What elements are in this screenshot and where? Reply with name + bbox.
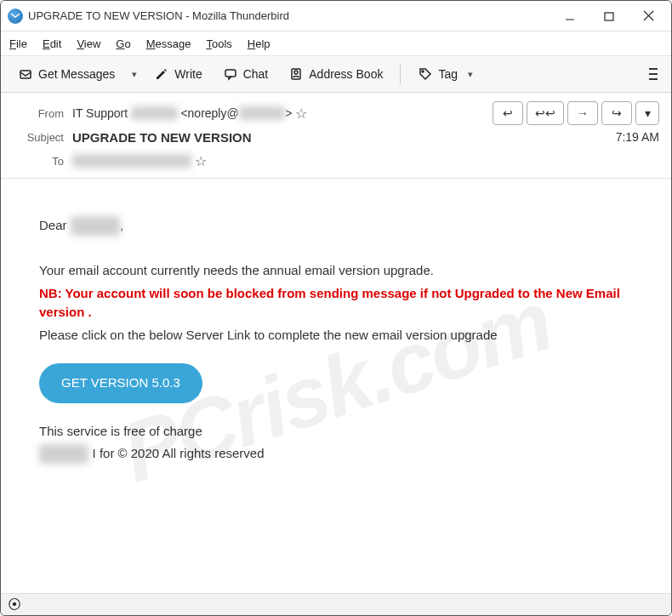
write-button[interactable]: Write xyxy=(145,63,210,85)
chevron-down-icon: ▾ xyxy=(463,69,478,80)
menu-tools[interactable]: Tools xyxy=(206,37,231,50)
from-name: IT Support xyxy=(72,106,128,120)
greeting-redacted: redacted xyxy=(71,216,120,236)
star-icon-to[interactable]: ☆ xyxy=(195,153,207,169)
from-email-prefix: <noreply@ xyxy=(180,106,238,120)
svg-rect-5 xyxy=(225,70,236,77)
tag-icon xyxy=(418,66,433,82)
star-icon[interactable]: ☆ xyxy=(295,106,307,122)
subject-label: Subject xyxy=(13,131,64,144)
body-line2: Please click on the below Server Link to… xyxy=(39,326,633,345)
from-redacted-2: redacted xyxy=(239,106,285,120)
message-time: 7:19 AM xyxy=(616,130,659,144)
greeting-suffix: , xyxy=(120,218,123,232)
menu-help[interactable]: Help xyxy=(248,37,271,50)
address-book-button[interactable]: Address Book xyxy=(280,63,391,85)
menu-view[interactable]: View xyxy=(77,37,100,50)
body-line1: Your email account currently needs the a… xyxy=(39,261,633,281)
pencil-icon xyxy=(154,66,169,82)
address-book-icon xyxy=(288,66,304,82)
toolbar-separator xyxy=(400,64,401,84)
svg-point-8 xyxy=(422,71,424,72)
menu-go[interactable]: Go xyxy=(116,37,130,50)
chat-icon xyxy=(223,66,238,82)
redirect-button[interactable]: ↪ xyxy=(601,101,632,125)
svg-rect-4 xyxy=(20,71,31,78)
svg-rect-1 xyxy=(605,13,613,20)
reply-all-button[interactable]: ↩↩ xyxy=(527,101,564,125)
maximize-button[interactable] xyxy=(589,3,629,30)
message-headers: From IT Support redacted <noreply@ redac… xyxy=(1,93,671,179)
from-email-suffix: > xyxy=(285,106,292,120)
message-actions: ↩ ↩↩ → ↪ ▾ xyxy=(493,101,659,125)
body-foot1: This service is free of charge xyxy=(39,422,633,442)
reply-button[interactable]: ↩ xyxy=(493,101,523,125)
connection-icon[interactable]: ⦿ xyxy=(8,597,21,613)
menu-file[interactable]: File xyxy=(9,37,27,50)
statusbar: ⦿ xyxy=(1,593,671,615)
greeting-prefix: Dear xyxy=(39,218,71,232)
minimize-button[interactable] xyxy=(550,3,589,30)
window-title: UPGRADE TO NEW VERSION - Mozilla Thunder… xyxy=(28,9,550,22)
subject-text: UPGRADE TO NEW VERSION xyxy=(72,130,252,145)
to-redacted: redacted-recipient xyxy=(72,154,191,168)
menubar: File Edit View Go Message Tools Help xyxy=(1,31,671,55)
forward-button[interactable]: → xyxy=(567,101,598,125)
body-warning: NB: Your account will soon be blocked fr… xyxy=(39,284,633,322)
menu-message[interactable]: Message xyxy=(146,37,191,50)
from-redacted-1: redacted xyxy=(131,106,177,120)
thunderbird-icon xyxy=(8,9,23,24)
menu-edit[interactable]: Edit xyxy=(43,37,61,50)
chat-button[interactable]: Chat xyxy=(214,63,277,85)
titlebar: UPGRADE TO NEW VERSION - Mozilla Thunder… xyxy=(1,1,671,31)
app-window: UPGRADE TO NEW VERSION - Mozilla Thunder… xyxy=(0,0,672,616)
get-messages-dropdown[interactable]: ▾ xyxy=(127,69,142,80)
app-menu-button[interactable] xyxy=(644,63,663,85)
from-label: From xyxy=(13,107,64,120)
message-body: PCrisk.com Dear redacted, Your email acc… xyxy=(1,179,671,593)
foot2-rest: I for © 2020 All rights reserved xyxy=(93,446,265,460)
get-version-button[interactable]: GET VERSION 5.0.3 xyxy=(39,363,202,403)
toolbar: Get Messages ▾ Write Chat Address Book xyxy=(1,55,671,93)
download-icon xyxy=(18,66,33,82)
get-messages-button[interactable]: Get Messages xyxy=(9,63,123,85)
more-actions-button[interactable]: ▾ xyxy=(635,101,659,125)
svg-point-7 xyxy=(294,71,298,74)
tag-button[interactable]: Tag ▾ xyxy=(409,63,487,85)
to-label: To xyxy=(13,155,64,168)
close-button[interactable] xyxy=(629,3,668,30)
foot2-redacted: redacted xyxy=(39,444,88,464)
